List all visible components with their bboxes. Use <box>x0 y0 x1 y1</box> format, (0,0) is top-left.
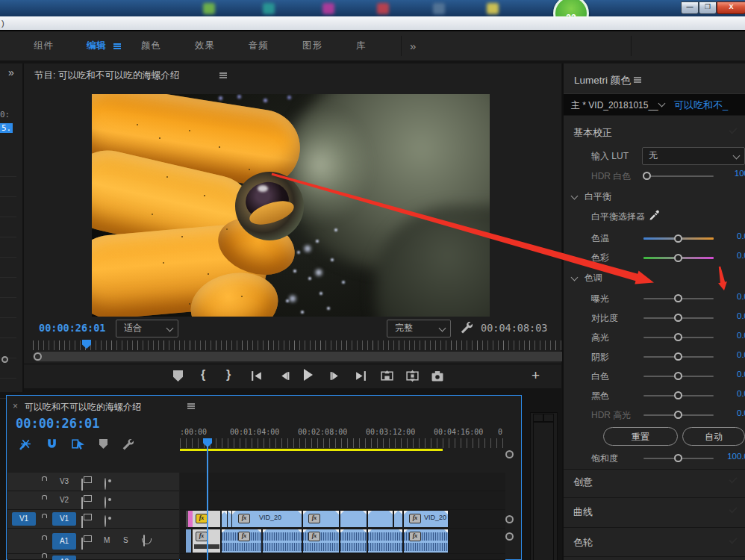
timeline-ruler[interactable] <box>180 438 505 448</box>
scroll-knob[interactable] <box>1 356 8 363</box>
mark-in-button[interactable]: { <box>201 368 205 382</box>
track-target-a2[interactable]: A2 <box>52 556 76 560</box>
close-tab-icon[interactable]: × <box>13 401 18 411</box>
timeline-playhead-line[interactable] <box>207 445 208 560</box>
tab-libraries[interactable]: 库 <box>356 31 367 60</box>
clip[interactable] <box>394 511 403 527</box>
blacks-value[interactable]: 0.0 <box>714 389 745 398</box>
auto-button[interactable]: 自动 <box>682 427 745 446</box>
step-forward-button[interactable] <box>329 370 342 382</box>
audio-clip[interactable] <box>368 529 403 553</box>
tab-graphics[interactable]: 图形 <box>302 31 322 60</box>
shadows-value[interactable]: 0.0 <box>714 350 745 359</box>
whites-slider[interactable] <box>643 376 714 377</box>
h-scroll-handle[interactable] <box>505 450 514 458</box>
step-back-button[interactable] <box>278 370 290 382</box>
hdr-white-value[interactable]: 100 <box>714 169 745 178</box>
exposure-value[interactable]: 0.0 <box>714 292 745 301</box>
panel-menu-icon[interactable] <box>219 75 227 76</box>
contrast-value[interactable]: 0.0 <box>714 311 745 320</box>
clip[interactable] <box>340 511 367 527</box>
tab-overflow-chevron[interactable]: » <box>410 31 417 60</box>
track-target-v1[interactable]: V1 <box>52 512 76 526</box>
clipped-selected-item[interactable]: 5. <box>0 123 13 133</box>
panel-menu-icon[interactable] <box>187 405 195 407</box>
saturation-slider[interactable] <box>643 458 714 459</box>
panel-menu-icon[interactable] <box>634 79 641 81</box>
sequence-clip-name[interactable]: 可以吃和不_ <box>674 99 728 112</box>
fx-badge[interactable]: fx <box>308 532 320 541</box>
fx-badge[interactable]: fx <box>308 514 320 523</box>
expand-panel-chevron[interactable]: » <box>8 66 14 78</box>
tint-slider[interactable] <box>643 257 714 259</box>
minimize-button[interactable]: — <box>681 1 699 14</box>
go-to-out-button[interactable] <box>355 370 367 382</box>
track-output-icon[interactable] <box>81 497 83 509</box>
tab-assembly[interactable]: 组件 <box>34 31 54 60</box>
shadows-slider[interactable] <box>643 356 714 358</box>
tab-editing[interactable]: 编辑 <box>87 31 107 60</box>
tone-group-label[interactable]: 色调 <box>585 272 602 284</box>
collapse-chevron-icon[interactable] <box>571 274 579 281</box>
track-output-icon[interactable] <box>81 538 83 550</box>
tab-audio[interactable]: 音频 <box>249 31 269 60</box>
fx-badge[interactable]: fx <box>196 514 208 523</box>
fx-badge[interactable]: fx <box>196 532 208 541</box>
section-basic-correction[interactable]: 基本校正 <box>573 126 612 140</box>
chevron-down-icon[interactable] <box>658 100 666 108</box>
linked-selection-icon[interactable] <box>72 438 85 450</box>
video-frame[interactable] <box>92 94 490 317</box>
temperature-value[interactable]: 0.0 <box>714 231 745 240</box>
program-zoom-scrollbar[interactable] <box>33 352 575 361</box>
track-target-v3[interactable]: V3 <box>52 475 76 488</box>
program-timecode[interactable]: 00:00:26:01 <box>39 322 105 334</box>
section-color-wheels[interactable]: 色轮 <box>573 536 593 550</box>
zoom-handle-left[interactable] <box>34 352 42 361</box>
audio-clip[interactable] <box>263 529 302 553</box>
track-target-v2[interactable]: V2 <box>52 494 76 507</box>
timeline-timecode[interactable]: 00:00:26:01 <box>16 416 100 431</box>
saturation-value[interactable]: 100.0 <box>714 452 745 461</box>
fx-badge[interactable]: fx <box>409 514 421 523</box>
tint-value[interactable]: 0.0 <box>714 251 745 260</box>
snap-magnet-icon[interactable] <box>46 438 58 450</box>
close-button[interactable]: X <box>717 1 745 14</box>
input-lut-select[interactable]: 无 <box>642 147 745 165</box>
exposure-slider[interactable] <box>643 298 714 299</box>
audio-clip[interactable] <box>340 529 367 553</box>
add-marker-icon[interactable] <box>99 439 107 451</box>
hdr-white-slider[interactable] <box>643 175 714 177</box>
contrast-slider[interactable] <box>643 317 714 319</box>
v-scroll-handle[interactable] <box>505 515 514 523</box>
highlights-value[interactable]: 0.0 <box>714 331 745 340</box>
timeline-settings-wrench-icon[interactable] <box>121 438 134 450</box>
audio-clip[interactable] <box>186 529 191 553</box>
fx-badge[interactable]: fx <box>238 514 250 523</box>
timeline-tab-title[interactable]: 可以吃和不可以吃的海螺介绍 <box>25 401 141 414</box>
track-lane-v1[interactable]: fx fx VID_20 fx fx VID_20 <box>180 510 505 529</box>
toggle-track-visibility-eye-icon[interactable] <box>105 478 106 490</box>
reset-button[interactable]: 重置 <box>603 427 678 446</box>
track-output-icon[interactable] <box>81 479 83 491</box>
clip[interactable] <box>222 511 228 527</box>
solo-button[interactable]: S <box>123 536 128 544</box>
highlights-slider[interactable] <box>643 337 714 338</box>
source-patch-v1[interactable]: V1 <box>12 512 36 526</box>
track-lane-v2[interactable] <box>180 491 505 510</box>
master-clip-selector[interactable]: 主 * VID_20181015__ <box>571 99 658 112</box>
export-frame-button[interactable] <box>431 370 444 382</box>
whites-value[interactable]: 0.0 <box>714 370 745 379</box>
toggle-track-visibility-eye-icon[interactable] <box>105 515 106 527</box>
tab-menu-icon[interactable] <box>113 46 121 47</box>
blacks-slider[interactable] <box>643 395 714 396</box>
go-to-in-button[interactable] <box>250 370 263 382</box>
track-lane-v3[interactable] <box>180 473 505 491</box>
fx-badge[interactable]: fx <box>409 532 421 541</box>
add-button[interactable]: + <box>532 367 540 384</box>
mark-out-button[interactable]: } <box>226 368 231 382</box>
eyedropper-icon[interactable] <box>648 208 660 220</box>
track-target-a1[interactable]: A1 <box>52 533 76 550</box>
settings-wrench-icon[interactable] <box>459 320 473 334</box>
add-marker-button[interactable] <box>173 370 183 384</box>
playback-resolution-select[interactable]: 完整 <box>387 320 451 337</box>
